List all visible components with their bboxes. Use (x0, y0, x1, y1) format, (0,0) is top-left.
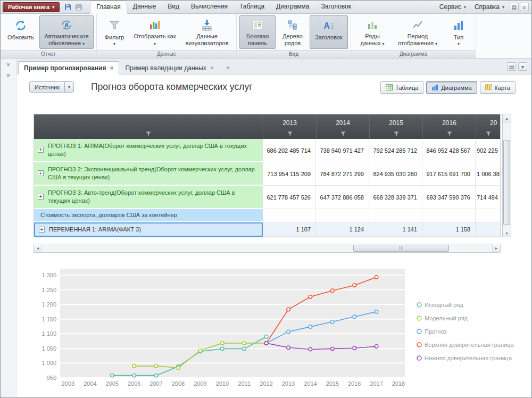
ribbon-tab-3[interactable]: Вычисления (185, 1, 234, 13)
svg-text:2005: 2005 (106, 380, 119, 387)
save-button[interactable] (63, 2, 72, 12)
horizontal-scrollbar-thumb[interactable] (353, 245, 449, 252)
table-cell[interactable] (422, 209, 476, 222)
table-cell[interactable] (476, 222, 500, 237)
table-cell[interactable]: 846 952 428 567 (422, 139, 476, 162)
source-dropdown[interactable]: Источник ▾ (29, 81, 74, 93)
print-button[interactable] (74, 2, 84, 12)
series-tree-icon (287, 18, 298, 32)
close-icon[interactable]: × (4, 61, 13, 69)
series-tree-button[interactable]: Дерево рядов (277, 15, 309, 49)
table-cell[interactable]: 686 202 485 714 (263, 139, 316, 162)
layout-icon[interactable]: ▤ (510, 3, 519, 11)
expand-panel-icon[interactable]: » (4, 71, 13, 79)
menu-icon[interactable]: ≡ (520, 3, 529, 11)
table-cell[interactable]: 714 494 (476, 186, 500, 209)
table-cell[interactable]: 1 141 (369, 222, 422, 237)
table-cell[interactable]: 1 158 (422, 222, 476, 237)
expand-icon[interactable]: + (39, 227, 45, 233)
visualizer-data-button[interactable]: Данные визуализаторов (180, 15, 234, 49)
svg-text:2009: 2009 (194, 380, 206, 387)
table-cell[interactable]: 1 124 (316, 222, 369, 237)
chevron-down-icon[interactable]: ▾ (518, 62, 527, 71)
svg-text:2004: 2004 (84, 380, 96, 387)
vertical-scrollbar-thumb[interactable] (503, 140, 510, 225)
table-cell[interactable]: 647 372 886 058 (316, 186, 369, 209)
data-series-button[interactable]: Ряды данных ▾ (354, 15, 391, 49)
table-cell[interactable]: 738 940 971 427 (316, 139, 369, 162)
chart-view-button[interactable]: Диаграмма (426, 81, 477, 94)
chart-type-button[interactable]: Тип ▾ (444, 15, 473, 49)
column-header-2014[interactable]: 2014 (316, 114, 369, 139)
svg-text:A: A (323, 21, 330, 30)
table-row-4: +ПЕРЕМЕННАЯ 1: ARIMA(ФАКТ 3)1 1071 1241 … (34, 222, 500, 237)
document-tab-bar: Пример прогнозирования×Пример валидации … (16, 59, 531, 74)
vertical-scrollbar[interactable]: ▲ ▼ (502, 114, 511, 237)
column-header-2013[interactable]: 2013 (263, 114, 316, 139)
table-cell[interactable]: 713 954 115 209 (263, 162, 316, 186)
table-cell[interactable]: 621 778 457 526 (263, 186, 316, 209)
menu-1[interactable]: Справка▾ (470, 2, 509, 12)
menu-0[interactable]: Сервис▾ (435, 2, 470, 12)
auto-refresh-button[interactable]: A Автоматическое обновление ▾ (39, 15, 94, 49)
close-icon[interactable]: × (210, 65, 214, 71)
doc-tab-0[interactable]: Пример прогнозирования× (18, 61, 119, 74)
row-label[interactable]: +ПЕРЕМЕННАЯ 1: ARIMA(ФАКТ 3) (34, 222, 263, 237)
doc-tab-1[interactable]: Пример валидации данных× (119, 61, 219, 74)
expand-icon[interactable]: + (38, 147, 44, 153)
column-header-2015[interactable]: 2015 (369, 114, 422, 139)
row-label[interactable]: +ПРОГНОЗ 2: Экспоненциальный тренд(Оборо… (34, 162, 263, 186)
table-cell[interactable] (316, 209, 369, 222)
side-panel-button[interactable]: Боковая панель (239, 15, 276, 49)
scroll-right-icon[interactable]: ► (492, 244, 500, 252)
svg-text:2006: 2006 (128, 380, 140, 387)
filter-icon (394, 131, 399, 136)
table-cell[interactable]: 1 107 (263, 222, 316, 237)
row-label[interactable]: Стоимость экспорта, долларов США за конт… (34, 209, 263, 222)
map-view-button[interactable]: Карта (480, 81, 516, 94)
filter-icon (146, 131, 151, 136)
scroll-left-icon[interactable]: ◄ (34, 244, 42, 252)
table-cell[interactable]: 902 225 (476, 139, 500, 162)
workbook-menu-button[interactable]: Рабочая книга ▾ (3, 2, 60, 12)
table-cell[interactable]: 668 328 339 371 (369, 186, 422, 209)
display-period-button[interactable]: Период отображения ▾ (392, 15, 443, 49)
table-header-label-column[interactable] (34, 114, 263, 139)
horizontal-scrollbar[interactable]: ◄ ► (34, 244, 501, 253)
table-cell[interactable]: 792 524 285 712 (369, 139, 422, 162)
scroll-up-icon[interactable]: ▲ (503, 114, 511, 122)
table-cell[interactable] (369, 209, 422, 222)
column-header-20[interactable]: 20 (476, 114, 500, 139)
refresh-button[interactable]: Обновить (3, 15, 38, 49)
table-cell[interactable]: 824 935 030 280 (369, 162, 422, 186)
ribbon-tab-0[interactable]: Главная (90, 1, 127, 14)
table-cell[interactable]: 784 872 271 299 (316, 162, 369, 186)
ribbon-tab-1[interactable]: Данные (127, 1, 162, 13)
sheets-icon[interactable]: ▤ (507, 62, 516, 71)
table-cell[interactable]: 693 347 590 376 (422, 186, 476, 209)
chart-type-icon (453, 18, 464, 33)
ribbon-tab-5[interactable]: Диаграмма (270, 1, 315, 13)
close-icon[interactable]: × (110, 65, 113, 71)
ribbon-tab-6[interactable]: Заголовок (315, 1, 356, 13)
display-as-button[interactable]: Отобразить как ▾ (130, 15, 179, 49)
line-chart[interactable]: 9501 0001 0501 1001 1501 2001 2501 30020… (35, 262, 525, 396)
expand-icon[interactable]: + (38, 170, 44, 176)
table-cell[interactable] (476, 209, 500, 222)
expand-icon[interactable]: + (38, 194, 44, 200)
filter-icon (109, 18, 120, 33)
scroll-down-icon[interactable]: ▼ (503, 229, 511, 237)
ribbon-tab-2[interactable]: Вид (162, 1, 185, 13)
row-label[interactable]: +ПРОГНОЗ 1: ARIMA(Оборот коммерческих ус… (34, 139, 263, 162)
add-tab-button[interactable]: + (220, 64, 237, 72)
header-toggle-button[interactable]: A Заголовок (310, 15, 348, 49)
table-cell[interactable]: 917 615 691 700 (422, 162, 476, 186)
column-header-2016[interactable]: 2016 (422, 114, 476, 139)
filter-button[interactable]: Фильтр ▾ (99, 15, 129, 49)
table-cell[interactable] (263, 209, 316, 222)
ribbon-group-label-view: Вид (237, 50, 351, 58)
table-view-button[interactable]: Таблица (380, 81, 423, 94)
ribbon-tab-4[interactable]: Таблица (234, 1, 270, 13)
row-label[interactable]: +ПРОГНОЗ 3: Авто-тренд(Оборот коммерческ… (34, 186, 263, 209)
table-cell[interactable]: 1 006 383 (476, 162, 500, 186)
